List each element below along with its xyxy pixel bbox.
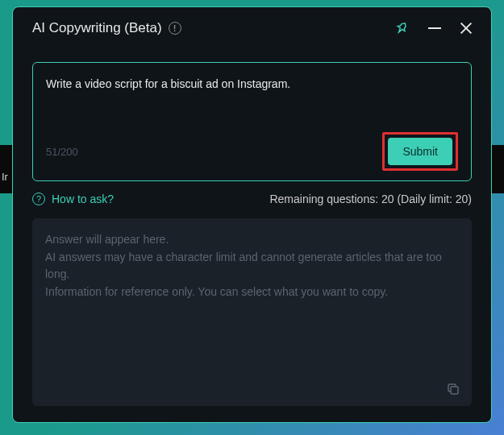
minimize-icon[interactable]	[428, 27, 441, 29]
prompt-input[interactable]: Write a video script for a biscuit ad on…	[46, 77, 458, 122]
copy-icon[interactable]	[446, 382, 460, 396]
window-controls	[394, 21, 472, 35]
character-count: 51/200	[46, 146, 78, 158]
input-footer: 51/200 Submit	[46, 132, 458, 171]
pin-icon[interactable]	[394, 21, 409, 35]
how-to-ask-link[interactable]: ? How to ask?	[32, 193, 114, 205]
submit-button[interactable]: Submit	[388, 138, 452, 165]
answer-box: Answer will appear here. AI answers may …	[32, 218, 472, 406]
close-icon[interactable]	[460, 23, 472, 34]
dialog-header: AI Copywriting (Beta) !	[32, 20, 472, 36]
how-to-ask-label: How to ask?	[52, 193, 114, 205]
help-icon: ?	[32, 193, 45, 205]
answer-placeholder: Answer will appear here. AI answers may …	[45, 231, 459, 301]
ai-copywriting-dialog: AI Copywriting (Beta) ! Write a video sc…	[12, 6, 492, 423]
background-label: Ir	[2, 171, 8, 183]
submit-highlight: Submit	[382, 132, 458, 171]
svg-rect-0	[451, 387, 458, 394]
remaining-questions: Remaining questions: 20 (Daily limit: 20…	[269, 193, 472, 205]
answer-line-3: Information for reference only. You can …	[45, 284, 459, 301]
dialog-title: AI Copywriting (Beta)	[32, 20, 162, 36]
info-icon[interactable]: !	[169, 22, 181, 35]
answer-line-2: AI answers may have a character limit an…	[45, 249, 459, 284]
prompt-input-box: Write a video script for a biscuit ad on…	[32, 62, 472, 181]
info-row: ? How to ask? Remaining questions: 20 (D…	[32, 193, 472, 205]
title-group: AI Copywriting (Beta) !	[32, 20, 181, 36]
answer-line-1: Answer will appear here.	[45, 231, 459, 249]
